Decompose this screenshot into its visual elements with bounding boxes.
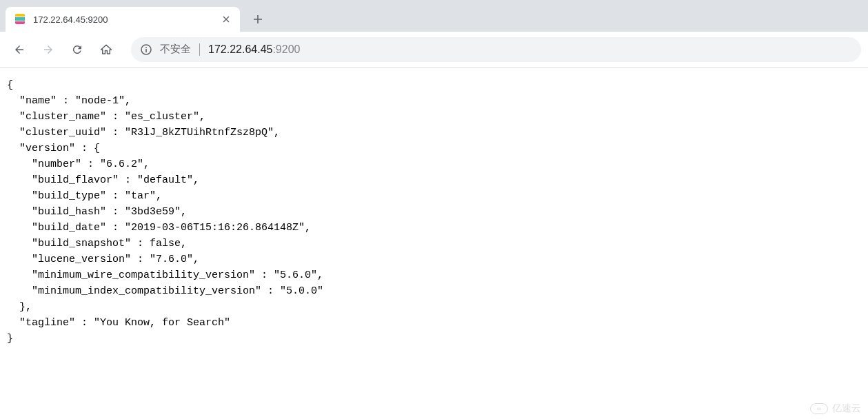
- security-status: 不安全: [160, 43, 191, 56]
- svg-rect-2: [145, 47, 147, 48]
- url-port: :9200: [272, 43, 300, 56]
- svg-rect-1: [145, 49, 147, 52]
- separator: [199, 43, 200, 56]
- tab-bar: 172.22.64.45:9200: [0, 0, 868, 32]
- reload-button[interactable]: [65, 37, 90, 62]
- tab-title: 172.22.64.45:9200: [33, 14, 214, 25]
- address-bar[interactable]: 不安全 172.22.64.45:9200: [131, 37, 861, 62]
- browser-tab[interactable]: 172.22.64.45:9200: [6, 7, 240, 32]
- toolbar: 不安全 172.22.64.45:9200: [0, 32, 868, 68]
- home-button[interactable]: [94, 37, 119, 62]
- close-tab-button[interactable]: [221, 14, 232, 25]
- watermark: ∞ 亿速云: [810, 402, 861, 415]
- back-button[interactable]: [7, 37, 32, 62]
- json-response-body: { "name" : "node-1", "cluster_name" : "e…: [0, 68, 868, 356]
- watermark-text: 亿速云: [832, 402, 861, 415]
- new-tab-button[interactable]: [248, 10, 268, 29]
- forward-button[interactable]: [36, 37, 61, 62]
- info-icon[interactable]: [141, 44, 152, 55]
- url-host: 172.22.64.45: [208, 43, 272, 56]
- cloud-icon: ∞: [810, 403, 828, 414]
- url-display: 172.22.64.45:9200: [208, 43, 300, 56]
- elasticsearch-favicon-icon: [14, 13, 26, 25]
